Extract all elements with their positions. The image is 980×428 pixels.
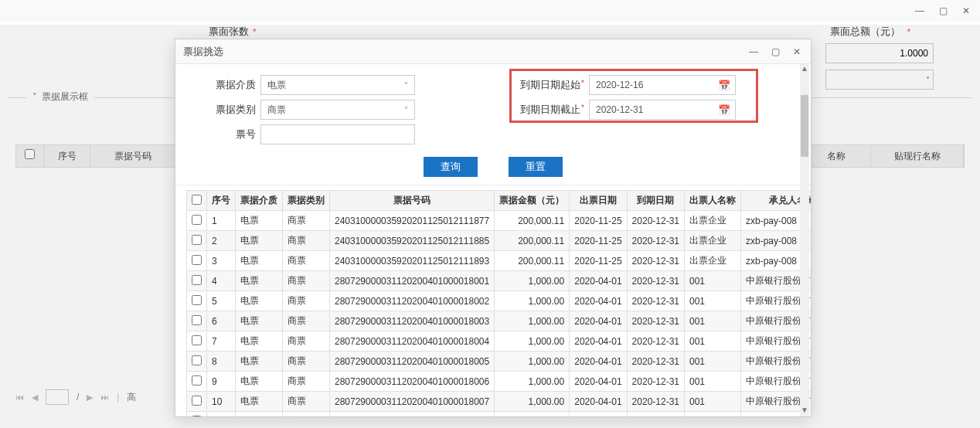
cell-amount: 200,000.11 — [495, 211, 570, 231]
cell-category: 商票 — [283, 231, 330, 251]
cell-amount: 1,000.00 — [495, 392, 570, 412]
calendar-icon: 📅 — [718, 80, 730, 91]
cell-medium: 电票 — [236, 352, 283, 372]
cell-billno: 240310000035920201125012111893 — [330, 251, 495, 271]
cell-billno: 280729000031120200401000018003 — [330, 311, 495, 331]
row-checkbox[interactable] — [192, 215, 202, 225]
minimize-icon[interactable]: — — [914, 5, 926, 17]
scroll-down-icon[interactable]: ▼ — [800, 406, 809, 416]
reset-button[interactable]: 重置 — [509, 157, 563, 177]
cell-medium: 电票 — [236, 231, 283, 251]
table-row[interactable]: 7电票商票2807290000311202004010000180041,000… — [187, 331, 812, 352]
table-row[interactable]: 1电票商票240310000035920201125012111877200,0… — [187, 211, 812, 231]
billno-input[interactable] — [260, 124, 415, 144]
row-checkbox[interactable] — [192, 235, 202, 245]
select-all-checkbox[interactable] — [192, 195, 202, 205]
cell-medium: 电票 — [236, 412, 283, 417]
cell-seq: 3 — [207, 251, 236, 271]
cell-due-date: 2020-12-31 — [627, 311, 684, 331]
date-from-label: 到期日期起始* — [516, 78, 589, 92]
cell-billno: 280729000031120200401000018004 — [330, 331, 495, 352]
cell-medium: 电票 — [236, 251, 283, 271]
category-row: 票据类别 商票 ˅ — [199, 100, 470, 120]
cell-due-date: 2020-12-31 — [627, 392, 684, 412]
cell-seq: 9 — [207, 372, 236, 392]
date-to-row: 到期日期截止* 2020-12-31 📅 — [516, 100, 788, 120]
cell-seq: 4 — [207, 271, 236, 291]
cell-medium: 电票 — [236, 291, 283, 311]
col-due-date: 到期日期 — [627, 191, 684, 211]
cell-due-date: 2020-12-31 — [627, 251, 684, 271]
cell-billno: 280729000031120200401000018001 — [330, 271, 495, 291]
close-icon[interactable]: ✕ — [960, 5, 972, 17]
table-row[interactable]: 9电票商票2807290000311202004010000180061,000… — [187, 372, 812, 392]
cell-amount: 200,000.11 — [495, 231, 570, 251]
col-amount: 票据金额（元） — [495, 191, 570, 211]
modal-close-icon[interactable]: ✕ — [791, 46, 803, 58]
cell-issue-date: 2020-04-01 — [570, 291, 627, 311]
cell-drawer: 001 — [685, 352, 741, 372]
cell-seq: 1 — [207, 211, 236, 231]
row-checkbox[interactable] — [192, 255, 202, 265]
table-row[interactable]: 11电票商票2807290000311202004010000180081,00… — [187, 412, 812, 417]
date-from-value: 2020-12-16 — [596, 80, 643, 90]
result-table-wrap[interactable]: 序号 票据介质 票据类别 票据号码 票据金额（元） 出票日期 到期日期 出票人名… — [175, 185, 811, 416]
maximize-icon[interactable]: ▢ — [937, 5, 949, 17]
cell-issue-date: 2020-11-25 — [570, 251, 627, 271]
modal-minimize-icon[interactable]: — — [747, 46, 760, 58]
date-to-label: 到期日期截止* — [516, 103, 589, 117]
table-row[interactable]: 10电票商票2807290000311202004010000180071,00… — [187, 392, 812, 412]
cell-due-date: 2020-12-31 — [627, 271, 684, 291]
cell-amount: 1,000.00 — [495, 412, 570, 417]
search-button[interactable]: 查询 — [424, 157, 478, 177]
cell-issue-date: 2020-04-01 — [570, 352, 627, 372]
cell-amount: 1,000.00 — [495, 311, 570, 331]
category-select[interactable]: 商票 ˅ — [260, 100, 415, 120]
date-to-value: 2020-12-31 — [596, 104, 643, 115]
cell-drawer: 出票企业 — [685, 231, 741, 251]
medium-select[interactable]: 电票 ˅ — [260, 75, 415, 95]
table-row[interactable]: 4电票商票2807290000311202004010000180011,000… — [187, 271, 812, 291]
row-checkbox[interactable] — [192, 375, 202, 386]
row-checkbox[interactable] — [192, 335, 202, 345]
row-checkbox[interactable] — [192, 295, 202, 305]
col-category: 票据类别 — [283, 191, 330, 211]
category-label: 票据类别 — [199, 103, 260, 117]
calendar-icon: 📅 — [718, 104, 730, 116]
cell-category: 商票 — [283, 412, 330, 417]
button-row: 查询 重置 — [175, 152, 811, 185]
row-checkbox[interactable] — [192, 315, 202, 325]
cell-category: 商票 — [283, 291, 330, 311]
cell-due-date: 2020-12-31 — [627, 372, 684, 392]
date-from-input[interactable]: 2020-12-16 📅 — [589, 75, 736, 95]
cell-amount: 200,000.11 — [495, 251, 570, 271]
cell-medium: 电票 — [236, 211, 283, 231]
cell-medium: 电票 — [236, 372, 283, 392]
cell-medium: 电票 — [236, 271, 283, 291]
row-checkbox[interactable] — [192, 355, 202, 365]
date-to-input[interactable]: 2020-12-31 📅 — [589, 100, 736, 120]
row-checkbox[interactable] — [192, 275, 202, 285]
cell-amount: 1,000.00 — [495, 331, 570, 352]
modal-titlebar: 票据挑选 — ▢ ✕ — [175, 39, 811, 64]
row-checkbox[interactable] — [192, 396, 202, 406]
col-drawer: 出票人名称 — [685, 191, 741, 211]
modal-maximize-icon[interactable]: ▢ — [769, 46, 781, 58]
scroll-up-icon[interactable]: ▲ — [800, 64, 809, 75]
cell-category: 商票 — [283, 271, 330, 291]
cell-drawer: 001 — [685, 392, 741, 412]
scroll-thumb[interactable] — [801, 95, 808, 157]
table-row[interactable]: 2电票商票240310000035920201125012111885200,0… — [187, 231, 812, 251]
date-from-row: 到期日期起始* 2020-12-16 📅 — [516, 75, 788, 95]
table-row[interactable]: 5电票商票2807290000311202004010000180021,000… — [187, 291, 812, 311]
cell-category: 商票 — [283, 331, 330, 352]
table-row[interactable]: 8电票商票2807290000311202004010000180051,000… — [187, 352, 812, 372]
modal-vertical-scrollbar[interactable]: ▲ ▼ — [800, 64, 809, 416]
col-billno: 票据号码 — [330, 191, 495, 211]
table-row[interactable]: 6电票商票2807290000311202004010000180031,000… — [187, 311, 812, 331]
cell-drawer: 001 — [685, 412, 741, 417]
cell-seq: 8 — [207, 352, 236, 372]
table-row[interactable]: 3电票商票240310000035920201125012111893200,0… — [187, 251, 812, 271]
cell-issue-date: 2020-04-01 — [570, 372, 627, 392]
row-checkbox[interactable] — [192, 416, 202, 417]
